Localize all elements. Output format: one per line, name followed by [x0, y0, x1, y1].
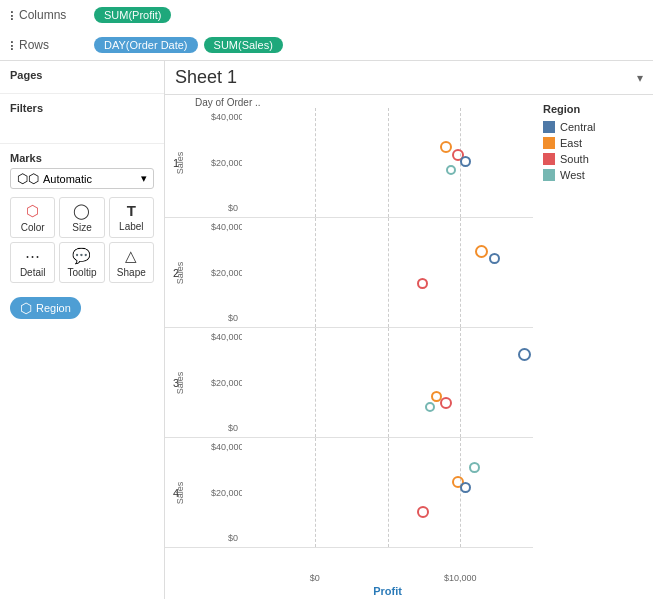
- legend-item: East: [543, 137, 643, 149]
- legend-item-label: East: [560, 137, 582, 149]
- data-dot: [446, 165, 456, 175]
- columns-row: ⫶ Columns SUM(Profit): [0, 0, 653, 30]
- chart-row: 4Sales$40,000$20,000$0: [165, 438, 533, 548]
- rows-pill-2[interactable]: SUM(Sales): [204, 37, 283, 53]
- marks-type-icon: ⬡⬡: [17, 171, 39, 186]
- data-dot: [425, 402, 435, 412]
- y-tick: $20,000: [211, 268, 242, 278]
- legend-title: Region: [543, 103, 643, 115]
- rows-row: ⫶ Rows DAY(Order Date) SUM(Sales): [0, 30, 653, 60]
- rows-label: ⫶ Rows: [8, 37, 88, 53]
- marks-section: Marks ⬡⬡ Automatic ▾ ⬡ Color ◯ Size T: [0, 144, 164, 327]
- data-dot: [469, 462, 480, 473]
- marks-label[interactable]: T Label: [109, 197, 154, 238]
- marks-type-label: Automatic: [43, 173, 92, 185]
- main-layout: Pages Filters Marks ⬡⬡ Automatic ▾ ⬡ Col…: [0, 61, 653, 599]
- y-axis-sales-label: Sales: [175, 371, 185, 394]
- x-tick-1: $10,000: [444, 573, 477, 583]
- plot-gridline: [388, 108, 389, 217]
- y-axis-sales-label: Sales: [175, 481, 185, 504]
- y-axis-sales-label: Sales: [175, 261, 185, 284]
- plot-area: [242, 328, 533, 437]
- legend-color-swatch: [543, 153, 555, 165]
- legend-item-label: Central: [560, 121, 595, 133]
- sheet-header: Sheet 1 ▾: [165, 61, 653, 95]
- rows-icon: ⫶: [8, 37, 15, 53]
- columns-pill[interactable]: SUM(Profit): [94, 7, 171, 23]
- data-dot: [460, 156, 471, 167]
- y-tick: $40,000: [211, 222, 242, 232]
- y-axis: Sales$40,000$20,000$0: [187, 218, 242, 327]
- chart-main: Day of Order .. 1Sales$40,000$20,000$02S…: [165, 95, 533, 599]
- plot-gridline: [315, 218, 316, 327]
- x-tick-0: $0: [310, 573, 320, 583]
- sheet-dropdown-arrow[interactable]: ▾: [637, 71, 643, 85]
- marks-detail[interactable]: ⋯ Detail: [10, 242, 55, 283]
- columns-icon: ⫶: [8, 7, 15, 23]
- y-axis-sales-label: Sales: [175, 151, 185, 174]
- region-pill[interactable]: ⬡ Region: [10, 297, 81, 319]
- plot-gridline: [460, 438, 461, 547]
- data-dot: [440, 141, 452, 153]
- region-dot-icon: ⬡: [20, 300, 32, 316]
- pages-section: Pages: [0, 61, 164, 94]
- plot-gridline: [388, 438, 389, 547]
- chart-content: Day of Order .. 1Sales$40,000$20,000$02S…: [165, 95, 653, 599]
- legend-item-label: South: [560, 153, 589, 165]
- plot-area: [242, 438, 533, 547]
- sheet-title: Sheet 1: [175, 67, 237, 88]
- chart-area: Sheet 1 ▾ Day of Order .. 1Sales$40,000$…: [165, 61, 653, 599]
- chart-row: 3Sales$40,000$20,000$0: [165, 328, 533, 438]
- detail-icon: ⋯: [25, 247, 40, 265]
- x-axis-ticks: $0 $10,000 Profit: [242, 569, 533, 599]
- marks-shape[interactable]: △ Shape: [109, 242, 154, 283]
- chart-row: 2Sales$40,000$20,000$0: [165, 218, 533, 328]
- plot-gridline: [315, 438, 316, 547]
- data-dot: [417, 278, 428, 289]
- chart-with-legend: Day of Order .. 1Sales$40,000$20,000$02S…: [165, 95, 653, 599]
- legend-item: Central: [543, 121, 643, 133]
- y-tick: $20,000: [211, 158, 242, 168]
- data-dot: [417, 506, 429, 518]
- plot-area: [242, 108, 533, 217]
- y-tick: $0: [211, 313, 242, 323]
- data-dot: [475, 245, 488, 258]
- marks-tooltip[interactable]: 💬 Tooltip: [59, 242, 104, 283]
- chart-x-label: Day of Order ..: [165, 95, 533, 108]
- shape-icon: △: [125, 247, 137, 265]
- label-icon: T: [127, 202, 136, 219]
- plot-gridline: [315, 108, 316, 217]
- chart-row: 1Sales$40,000$20,000$0: [165, 108, 533, 218]
- toolbar: ⫶ Columns SUM(Profit) ⫶ Rows DAY(Order D…: [0, 0, 653, 61]
- marks-color[interactable]: ⬡ Color: [10, 197, 55, 238]
- marks-title: Marks: [10, 152, 154, 164]
- x-axis-area: $0 $10,000 Profit: [242, 569, 533, 599]
- chart-scroll-area[interactable]: 1Sales$40,000$20,000$02Sales$40,000$20,0…: [165, 108, 533, 569]
- chart-inner: 1Sales$40,000$20,000$02Sales$40,000$20,0…: [165, 108, 533, 569]
- plot-gridline: [388, 328, 389, 437]
- legend-item: South: [543, 153, 643, 165]
- data-dot: [489, 253, 500, 264]
- marks-grid: ⬡ Color ◯ Size T Label ⋯ Detail 💬 Too: [10, 197, 154, 283]
- legend-color-swatch: [543, 121, 555, 133]
- y-tick: $40,000: [211, 112, 242, 122]
- plot-area: [242, 218, 533, 327]
- y-tick: $20,000: [211, 378, 242, 388]
- marks-size[interactable]: ◯ Size: [59, 197, 104, 238]
- tooltip-icon: 💬: [72, 247, 91, 265]
- pages-title: Pages: [10, 69, 154, 81]
- color-icon: ⬡: [26, 202, 39, 220]
- rows-pill-1[interactable]: DAY(Order Date): [94, 37, 198, 53]
- plot-gridline: [460, 328, 461, 437]
- y-axis: Sales$40,000$20,000$0: [187, 108, 242, 217]
- y-tick: $0: [211, 533, 242, 543]
- y-tick: $0: [211, 203, 242, 213]
- y-axis: Sales$40,000$20,000$0: [187, 328, 242, 437]
- data-dot: [440, 397, 452, 409]
- y-tick: $40,000: [211, 332, 242, 342]
- legend-item: West: [543, 169, 643, 181]
- size-icon: ◯: [73, 202, 90, 220]
- y-tick: $0: [211, 423, 242, 433]
- filters-section: Filters: [0, 94, 164, 144]
- marks-type-dropdown[interactable]: ⬡⬡ Automatic ▾: [10, 168, 154, 189]
